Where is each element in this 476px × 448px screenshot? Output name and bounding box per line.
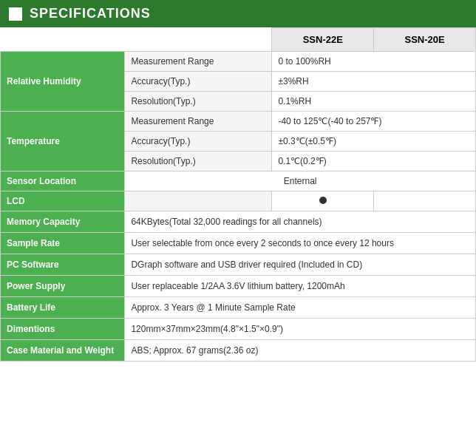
table-row: TemperatureMeasurement Range-40 to 125℃(… bbox=[1, 112, 476, 132]
value-cell: DGraph software and USB driver required … bbox=[125, 254, 476, 276]
category-cell: Dimentions bbox=[1, 319, 125, 340]
value-cell: 64KBytes(Total 32,000 readings for all c… bbox=[125, 211, 476, 233]
subcategory-cell bbox=[125, 191, 272, 211]
subcategory-cell: Measurement Range bbox=[125, 112, 272, 132]
value-cell: ±0.3℃(±0.5℉) bbox=[272, 132, 476, 152]
table-row: Power SupplyUser replaceable 1/2AA 3.6V … bbox=[1, 276, 476, 297]
category-cell: Sample Rate bbox=[1, 233, 125, 254]
spec-icon bbox=[9, 7, 22, 21]
ssn22-cell bbox=[272, 191, 374, 211]
ssn20-cell bbox=[374, 191, 476, 211]
value-cell: 0.1%RH bbox=[272, 92, 476, 112]
table-row: LCD bbox=[1, 191, 476, 211]
value-cell: 0.1℃(0.2℉) bbox=[272, 152, 476, 172]
value-cell: ±3%RH bbox=[272, 72, 476, 92]
specs-table: SSN-22E SSN-20E Relative HumidityMeasure… bbox=[0, 27, 476, 362]
category-cell: Sensor Location bbox=[1, 172, 125, 191]
value-cell: User replaceable 1/2AA 3.6V lithium batt… bbox=[125, 276, 476, 297]
table-row: Memory Capacity64KBytes(Total 32,000 rea… bbox=[1, 211, 476, 233]
value-cell: ABS; Approx. 67 grams(2.36 oz) bbox=[125, 340, 476, 362]
table-row: Sensor LocationEnternal bbox=[1, 172, 476, 191]
category-cell: Power Supply bbox=[1, 276, 125, 297]
subcategory-cell: Measurement Range bbox=[125, 52, 272, 72]
table-row: Case Material and WeightABS; Approx. 67 … bbox=[1, 340, 476, 362]
category-cell: Relative Humidity bbox=[1, 52, 125, 112]
value-cell: 0 to 100%RH bbox=[272, 52, 476, 72]
category-cell: LCD bbox=[1, 191, 125, 211]
header-title: SPECIFICATIONS bbox=[30, 6, 151, 21]
subcategory-cell: Accuracy(Typ.) bbox=[125, 132, 272, 152]
subcategory-cell: Resolution(Typ.) bbox=[125, 152, 272, 172]
category-cell: PC Software bbox=[1, 254, 125, 276]
value-cell: Approx. 3 Years @ 1 Minute Sample Rate bbox=[125, 297, 476, 319]
value-cell: Enternal bbox=[125, 172, 476, 191]
col-sub-header bbox=[125, 28, 272, 52]
table-row: Dimentions120mm×37mm×23mm(4.8"×1.5"×0.9"… bbox=[1, 319, 476, 340]
category-cell: Temperature bbox=[1, 112, 125, 172]
value-cell: -40 to 125℃(-40 to 257℉) bbox=[272, 112, 476, 132]
category-cell: Battery Life bbox=[1, 297, 125, 319]
header: SPECIFICATIONS bbox=[0, 0, 476, 27]
lcd-dot bbox=[319, 197, 327, 204]
col-ssn20-header: SSN-20E bbox=[374, 28, 476, 52]
value-cell: User selectable from once every 2 second… bbox=[125, 233, 476, 254]
table-row: PC SoftwareDGraph software and USB drive… bbox=[1, 254, 476, 276]
category-cell: Memory Capacity bbox=[1, 211, 125, 233]
value-cell: 120mm×37mm×23mm(4.8"×1.5"×0.9") bbox=[125, 319, 476, 340]
subcategory-cell: Accuracy(Typ.) bbox=[125, 72, 272, 92]
table-header-row: SSN-22E SSN-20E bbox=[1, 28, 476, 52]
category-cell: Case Material and Weight bbox=[1, 340, 125, 362]
table-row: Relative HumidityMeasurement Range0 to 1… bbox=[1, 52, 476, 72]
table-row: Battery LifeApprox. 3 Years @ 1 Minute S… bbox=[1, 297, 476, 319]
col-ssn22-header: SSN-22E bbox=[272, 28, 374, 52]
col-category-header bbox=[1, 28, 125, 52]
table-row: Sample RateUser selectable from once eve… bbox=[1, 233, 476, 254]
subcategory-cell: Resolution(Typ.) bbox=[125, 92, 272, 112]
